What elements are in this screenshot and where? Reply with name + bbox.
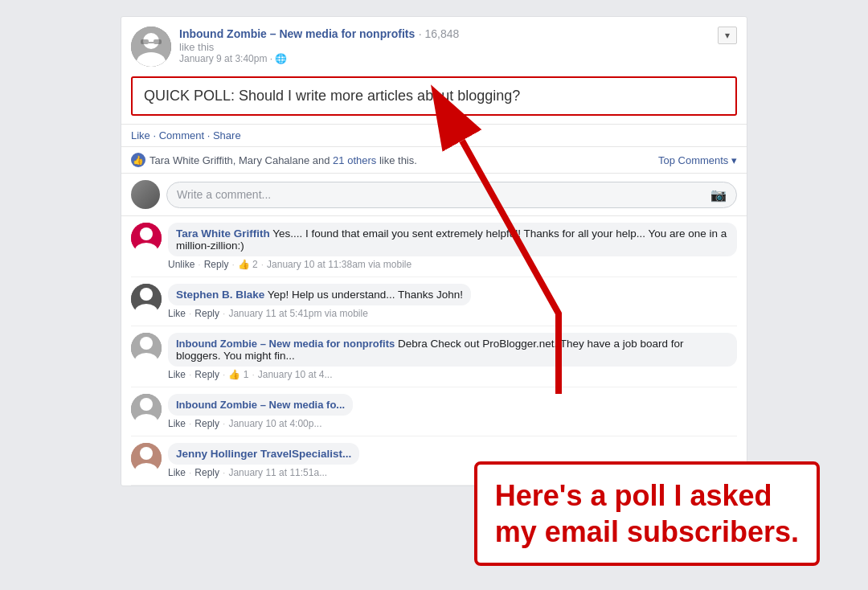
commenter-name[interactable]: Tara White Griffith	[176, 227, 270, 240]
others-link[interactable]: 21 others	[333, 154, 376, 166]
svg-point-14	[140, 337, 153, 350]
commenter-name[interactable]: Stephen B. Blake	[176, 289, 264, 301]
comment-timestamp: January 11 at 11:51a...	[228, 467, 327, 478]
reply-action[interactable]: Reply	[194, 467, 219, 478]
poll-text: QUICK POLL: Should I write more articles…	[144, 88, 520, 104]
comments-section: Tara White Griffith Yes.... I found that…	[121, 216, 747, 486]
comment-bubble: Jenny Hollinger TravelSpecialist...	[168, 443, 359, 465]
facebook-post: Inbound Zombie – New media for nonprofit…	[121, 16, 747, 486]
like-this-text[interactable]: like this	[179, 41, 737, 53]
page-avatar	[131, 27, 171, 67]
like-action[interactable]: Like	[168, 467, 186, 478]
comment-input-row: Write a comment... 📷	[121, 174, 747, 216]
comment-addressee: Debra	[398, 338, 428, 350]
post-header: Inbound Zombie – New media for nonprofit…	[121, 17, 747, 73]
likes-text: Tara White Griffith, Mary Cahalane and 2…	[149, 154, 417, 166]
comment-timestamp: January 10 at 4:00p...	[228, 418, 321, 429]
comment-item: Inbound Zombie – New media for nonprofit…	[131, 326, 737, 387]
page-commenter-name[interactable]: Inbound Zombie – New media for nonprofit…	[176, 338, 395, 350]
like-action[interactable]: Like	[168, 308, 186, 319]
like-action[interactable]: Like	[131, 129, 150, 141]
comment-actions: Unlike · Reply · 👍 2 · January 10 at 11:…	[168, 259, 737, 270]
page-commenter-name[interactable]: Inbound Zombie – New media fo...	[176, 399, 345, 411]
svg-point-8	[140, 227, 153, 240]
current-user-avatar	[131, 180, 160, 209]
commenter-avatar	[131, 443, 162, 473]
svg-point-11	[140, 288, 153, 301]
comment-text: Yep! Help us understand... Thanks John!	[268, 289, 463, 301]
action-sep2: ·	[207, 129, 213, 141]
like-action[interactable]: Like	[168, 418, 186, 429]
reply-action[interactable]: Reply	[194, 308, 219, 319]
top-comments-button[interactable]: Top Comments ▾	[658, 154, 737, 166]
comment-timestamp: January 10 at 11:38am via mobile	[267, 259, 411, 270]
post-timestamp: January 9 at 3:40pm · 🌐	[179, 53, 737, 64]
thumbs-up-icon: 👍	[131, 153, 145, 167]
camera-icon: 📷	[710, 187, 727, 203]
comment-action[interactable]: Comment	[159, 129, 204, 141]
share-action[interactable]: Share	[213, 129, 241, 141]
comment-body: Inbound Zombie – New media for nonprofit…	[168, 333, 737, 380]
globe-icon: 🌐	[275, 53, 287, 64]
annotation-box: Here's a poll I asked my email subscribe…	[474, 461, 820, 566]
like-action[interactable]: Like	[168, 369, 186, 380]
svg-rect-3	[141, 39, 149, 44]
unlike-action[interactable]: Unlike	[168, 259, 194, 270]
comment-placeholder[interactable]: Write a comment...	[177, 188, 271, 201]
reply-action[interactable]: Reply	[204, 259, 229, 270]
reply-action[interactable]: Reply	[194, 369, 219, 380]
commenter-avatar	[131, 223, 162, 253]
page-name[interactable]: Inbound Zombie – New media for nonprofit…	[179, 27, 415, 40]
likes-bar: 👍 Tara White Griffith, Mary Cahalane and…	[121, 147, 747, 174]
comment-item: Stephen B. Blake Yep! Help us understand…	[131, 277, 737, 326]
comment-actions: Like · Reply · January 11 at 5:41pm via …	[168, 308, 737, 319]
comment-actions: Like · Reply · 👍 1 · January 10 at 4...	[168, 369, 737, 380]
comment-body: Stephen B. Blake Yep! Help us understand…	[168, 284, 737, 319]
action-sep1: ·	[153, 129, 158, 141]
svg-point-17	[140, 398, 153, 411]
comment-actions: Like · Reply · January 10 at 4:00p...	[168, 418, 737, 429]
comment-item: Tara White Griffith Yes.... I found that…	[131, 216, 737, 277]
comment-bubble: Tara White Griffith Yes.... I found that…	[168, 223, 737, 256]
comment-bubble: Stephen B. Blake Yep! Help us understand…	[168, 284, 471, 305]
svg-point-20	[140, 447, 153, 460]
poll-text-box: QUICK POLL: Should I write more articles…	[131, 76, 737, 116]
comment-bubble: Inbound Zombie – New media fo...	[168, 394, 353, 416]
comment-bubble: Inbound Zombie – New media for nonprofit…	[168, 333, 737, 367]
post-dropdown-button[interactable]: ▾	[718, 27, 737, 44]
page-likes-count: · 16,848	[419, 27, 460, 40]
comment-item: Inbound Zombie – New media fo... Like · …	[131, 387, 737, 436]
action-bar: Like · Comment · Share	[121, 124, 747, 147]
post-meta: Inbound Zombie – New media for nonprofit…	[179, 27, 737, 64]
comment-body: Tara White Griffith Yes.... I found that…	[168, 223, 737, 270]
comment-timestamp: January 11 at 5:41pm via mobile	[228, 308, 367, 319]
comment-body: Inbound Zombie – New media fo... Like · …	[168, 394, 737, 429]
annotation-text-line1: Here's a poll I asked	[495, 477, 799, 514]
comment-timestamp: January 10 at 4...	[258, 369, 333, 380]
commenter-avatar	[131, 394, 162, 424]
comment-input-wrapper[interactable]: Write a comment... 📷	[166, 182, 737, 208]
commenter-name[interactable]: Jenny Hollinger TravelSpecialist...	[176, 448, 351, 460]
svg-rect-5	[149, 42, 154, 43]
annotation-text-line2: my email subscribers.	[495, 514, 799, 550]
svg-rect-4	[154, 39, 162, 44]
thumb-count: 👍 2	[238, 259, 258, 270]
commenter-avatar	[131, 284, 162, 314]
reply-action[interactable]: Reply	[194, 418, 219, 429]
thumb-count: 👍 1	[228, 369, 248, 380]
commenter-avatar	[131, 333, 162, 363]
